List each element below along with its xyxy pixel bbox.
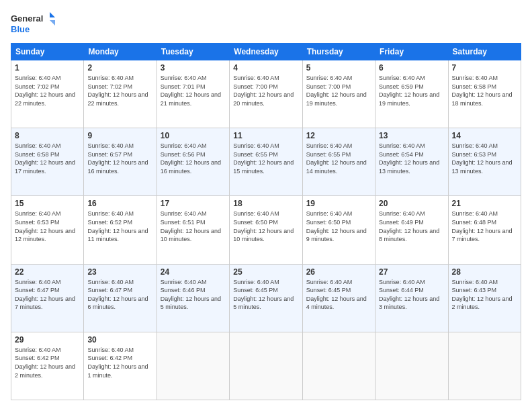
day-info: Sunrise: 6:40 AMSunset: 6:48 PMDaylight:… [452, 210, 517, 243]
day-info: Sunrise: 6:40 AMSunset: 6:53 PMDaylight:… [452, 142, 517, 175]
day-cell-20: 20Sunrise: 6:40 AMSunset: 6:49 PMDayligh… [375, 196, 448, 264]
day-cell-12: 12Sunrise: 6:40 AMSunset: 6:55 PMDayligh… [302, 128, 375, 196]
page: General Blue SundayMondayTuesdayWednesda… [0, 0, 532, 411]
day-cell-8: 8Sunrise: 6:40 AMSunset: 6:58 PMDaylight… [11, 128, 84, 196]
day-info: Sunrise: 6:40 AMSunset: 7:01 PMDaylight:… [161, 74, 226, 107]
day-number: 2 [87, 63, 152, 73]
day-number: 25 [233, 267, 298, 277]
day-number: 10 [161, 131, 226, 140]
day-info: Sunrise: 6:40 AMSunset: 6:58 PMDaylight:… [452, 74, 517, 107]
day-cell-11: 11Sunrise: 6:40 AMSunset: 6:55 PMDayligh… [230, 128, 302, 196]
day-cell-25: 25Sunrise: 6:40 AMSunset: 6:45 PMDayligh… [230, 264, 302, 332]
day-number: 1 [15, 63, 80, 73]
day-info: Sunrise: 6:40 AMSunset: 6:54 PMDaylight:… [379, 142, 444, 175]
empty-cell [448, 332, 521, 400]
day-info: Sunrise: 6:40 AMSunset: 6:52 PMDaylight:… [87, 210, 152, 243]
day-cell-23: 23Sunrise: 6:40 AMSunset: 6:47 PMDayligh… [84, 264, 157, 332]
day-info: Sunrise: 6:40 AMSunset: 6:50 PMDaylight:… [233, 210, 298, 243]
day-number: 16 [87, 199, 152, 208]
day-number: 21 [452, 199, 517, 208]
day-cell-6: 6Sunrise: 6:40 AMSunset: 6:59 PMDaylight… [375, 60, 448, 128]
day-number: 15 [15, 199, 80, 208]
day-cell-16: 16Sunrise: 6:40 AMSunset: 6:52 PMDayligh… [84, 196, 157, 264]
empty-cell [302, 332, 375, 400]
day-cell-9: 9Sunrise: 6:40 AMSunset: 6:57 PMDaylight… [84, 128, 157, 196]
weekday-header-sunday: Sunday [11, 44, 84, 60]
day-info: Sunrise: 6:40 AMSunset: 6:55 PMDaylight:… [233, 142, 298, 175]
day-info: Sunrise: 6:40 AMSunset: 7:00 PMDaylight:… [306, 74, 371, 107]
week-row-3: 15Sunrise: 6:40 AMSunset: 6:53 PMDayligh… [11, 196, 521, 264]
week-row-4: 22Sunrise: 6:40 AMSunset: 6:47 PMDayligh… [11, 264, 521, 332]
day-cell-14: 14Sunrise: 6:40 AMSunset: 6:53 PMDayligh… [448, 128, 521, 196]
day-number: 27 [379, 267, 444, 277]
day-cell-22: 22Sunrise: 6:40 AMSunset: 6:47 PMDayligh… [11, 264, 84, 332]
weekday-header-row: SundayMondayTuesdayWednesdayThursdayFrid… [11, 44, 521, 60]
day-number: 9 [87, 131, 152, 140]
day-number: 11 [233, 131, 298, 140]
weekday-header-wednesday: Wednesday [230, 44, 302, 60]
day-cell-19: 19Sunrise: 6:40 AMSunset: 6:50 PMDayligh… [302, 196, 375, 264]
day-cell-27: 27Sunrise: 6:40 AMSunset: 6:44 PMDayligh… [375, 264, 448, 332]
day-number: 7 [452, 63, 517, 73]
day-info: Sunrise: 6:40 AMSunset: 6:50 PMDaylight:… [306, 210, 371, 243]
day-number: 12 [306, 131, 371, 140]
day-cell-3: 3Sunrise: 6:40 AMSunset: 7:01 PMDaylight… [157, 60, 229, 128]
calendar-table: SundayMondayTuesdayWednesdayThursdayFrid… [11, 43, 521, 400]
day-info: Sunrise: 6:40 AMSunset: 6:45 PMDaylight:… [233, 278, 298, 312]
day-number: 14 [452, 131, 517, 140]
day-info: Sunrise: 6:40 AMSunset: 6:59 PMDaylight:… [379, 74, 444, 107]
day-info: Sunrise: 6:40 AMSunset: 6:53 PMDaylight:… [15, 210, 80, 243]
day-info: Sunrise: 6:40 AMSunset: 6:42 PMDaylight:… [87, 346, 152, 379]
day-cell-21: 21Sunrise: 6:40 AMSunset: 6:48 PMDayligh… [448, 196, 521, 264]
day-number: 20 [379, 199, 444, 208]
day-cell-4: 4Sunrise: 6:40 AMSunset: 7:00 PMDaylight… [230, 60, 302, 128]
day-info: Sunrise: 6:40 AMSunset: 6:49 PMDaylight:… [379, 210, 444, 243]
header: General Blue [11, 11, 521, 38]
day-number: 28 [452, 267, 517, 277]
day-number: 13 [379, 131, 444, 140]
day-info: Sunrise: 6:40 AMSunset: 7:02 PMDaylight:… [87, 74, 152, 107]
day-cell-26: 26Sunrise: 6:40 AMSunset: 6:45 PMDayligh… [302, 264, 375, 332]
day-cell-30: 30Sunrise: 6:40 AMSunset: 6:42 PMDayligh… [84, 332, 157, 400]
day-number: 26 [306, 267, 371, 277]
day-info: Sunrise: 6:40 AMSunset: 7:02 PMDaylight:… [15, 74, 80, 107]
day-info: Sunrise: 6:40 AMSunset: 6:47 PMDaylight:… [15, 278, 80, 312]
day-cell-15: 15Sunrise: 6:40 AMSunset: 6:53 PMDayligh… [11, 196, 84, 264]
svg-marker-3 [50, 20, 55, 26]
day-number: 19 [306, 199, 371, 208]
day-number: 17 [161, 199, 226, 208]
svg-marker-2 [50, 12, 55, 17]
svg-text:Blue: Blue [11, 24, 30, 34]
day-info: Sunrise: 6:40 AMSunset: 6:44 PMDaylight:… [379, 278, 444, 312]
day-number: 22 [15, 267, 80, 277]
logo: General Blue [11, 11, 58, 38]
weekday-header-tuesday: Tuesday [157, 44, 229, 60]
day-cell-10: 10Sunrise: 6:40 AMSunset: 6:56 PMDayligh… [157, 128, 229, 196]
weekday-header-friday: Friday [375, 44, 448, 60]
day-cell-28: 28Sunrise: 6:40 AMSunset: 6:43 PMDayligh… [448, 264, 521, 332]
day-info: Sunrise: 6:40 AMSunset: 6:56 PMDaylight:… [161, 142, 226, 175]
svg-text:General: General [11, 13, 43, 24]
day-number: 8 [15, 131, 80, 140]
day-info: Sunrise: 6:40 AMSunset: 6:42 PMDaylight:… [15, 346, 80, 379]
empty-cell [157, 332, 229, 400]
day-info: Sunrise: 6:40 AMSunset: 6:58 PMDaylight:… [15, 142, 80, 175]
day-info: Sunrise: 6:40 AMSunset: 6:43 PMDaylight:… [452, 278, 517, 312]
day-number: 3 [161, 63, 226, 73]
day-number: 30 [87, 335, 152, 345]
weekday-header-monday: Monday [84, 44, 157, 60]
weekday-header-thursday: Thursday [302, 44, 375, 60]
day-info: Sunrise: 6:40 AMSunset: 6:55 PMDaylight:… [306, 142, 371, 175]
week-row-5: 29Sunrise: 6:40 AMSunset: 6:42 PMDayligh… [11, 332, 521, 400]
day-cell-17: 17Sunrise: 6:40 AMSunset: 6:51 PMDayligh… [157, 196, 229, 264]
week-row-2: 8Sunrise: 6:40 AMSunset: 6:58 PMDaylight… [11, 128, 521, 196]
day-number: 23 [87, 267, 152, 277]
day-number: 6 [379, 63, 444, 73]
day-number: 4 [233, 63, 298, 73]
empty-cell [375, 332, 448, 400]
day-cell-1: 1Sunrise: 6:40 AMSunset: 7:02 PMDaylight… [11, 60, 84, 128]
day-info: Sunrise: 6:40 AMSunset: 7:00 PMDaylight:… [233, 74, 298, 107]
day-cell-13: 13Sunrise: 6:40 AMSunset: 6:54 PMDayligh… [375, 128, 448, 196]
day-cell-18: 18Sunrise: 6:40 AMSunset: 6:50 PMDayligh… [230, 196, 302, 264]
day-info: Sunrise: 6:40 AMSunset: 6:46 PMDaylight:… [161, 278, 226, 312]
